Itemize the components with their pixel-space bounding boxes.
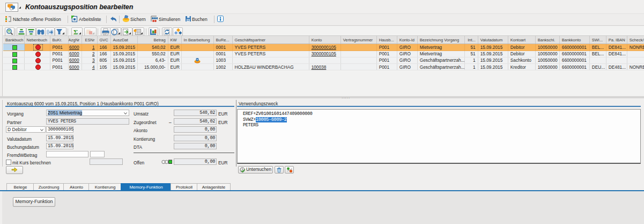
svg-text:Σ: Σ [73, 28, 78, 36]
